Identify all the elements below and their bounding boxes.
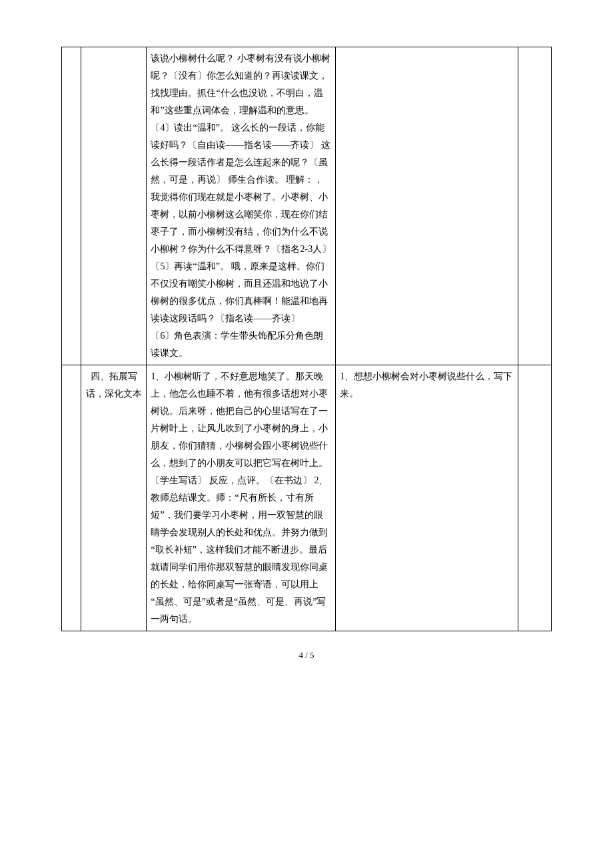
page-footer: 4 / 5 <box>61 650 552 661</box>
table-cell <box>518 365 551 631</box>
table-cell <box>81 47 147 365</box>
lesson-plan-table: 该说小柳树什么呢？ 小枣树有没有说小柳树呢？〔没有〕你怎么知道的？再读读课文，找… <box>61 47 552 631</box>
table-cell <box>62 47 81 365</box>
table-row: 四、拓展写话，深化文本1、小柳树听了，不好意思地笑了。那天晚上，他怎么也睡不着，… <box>62 365 552 631</box>
table-cell <box>62 365 81 631</box>
table-cell: 1、小柳树听了，不好意思地笑了。那天晚上，他怎么也睡不着，他有很多话想对小枣树说… <box>147 365 336 631</box>
table-cell <box>336 47 518 365</box>
table-cell <box>518 47 551 365</box>
table-cell: 1、想想小柳树会对小枣树说些什么，写下来。 <box>336 365 518 631</box>
table-cell: 该说小柳树什么呢？ 小枣树有没有说小柳树呢？〔没有〕你怎么知道的？再读读课文，找… <box>147 47 336 365</box>
document-page: 该说小柳树什么呢？ 小枣树有没有说小柳树呢？〔没有〕你怎么知道的？再读读课文，找… <box>0 0 613 687</box>
table-cell: 四、拓展写话，深化文本 <box>81 365 147 631</box>
table-row: 该说小柳树什么呢？ 小枣树有没有说小柳树呢？〔没有〕你怎么知道的？再读读课文，找… <box>62 47 552 365</box>
